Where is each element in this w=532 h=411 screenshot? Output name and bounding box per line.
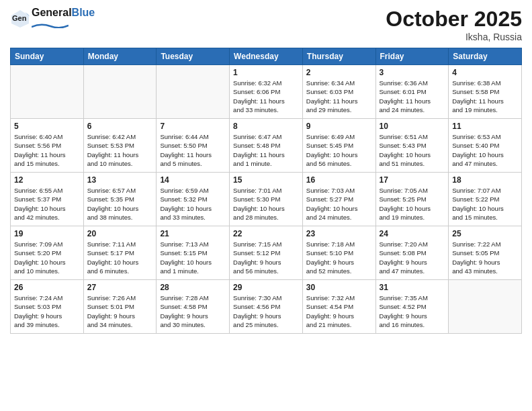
day-number: 6 [87, 122, 153, 131]
logo-blue: Blue [72, 7, 95, 18]
day-info: Sunrise: 6:44 AM Sunset: 5:50 PM Dayligh… [160, 132, 226, 168]
weekday-header-wednesday: Wednesday [230, 48, 303, 65]
calendar-cell: 15Sunrise: 7:01 AM Sunset: 5:30 PM Dayli… [230, 173, 303, 226]
day-info: Sunrise: 7:05 AM Sunset: 5:25 PM Dayligh… [380, 186, 445, 222]
calendar-cell: 8Sunrise: 6:47 AM Sunset: 5:48 PM Daylig… [230, 119, 303, 173]
day-number: 1 [233, 68, 299, 77]
month-title: October 2025 [386, 7, 522, 32]
day-info: Sunrise: 6:32 AM Sunset: 6:06 PM Dayligh… [233, 79, 299, 114]
weekday-header-friday: Friday [375, 48, 449, 65]
day-number: 7 [160, 122, 226, 131]
title-block: October 2025 Iksha, Russia [386, 7, 522, 42]
calendar-cell [157, 65, 230, 119]
calendar-cell: 11Sunrise: 6:53 AM Sunset: 5:40 PM Dayli… [449, 119, 522, 173]
calendar-cell: 19Sunrise: 7:09 AM Sunset: 5:20 PM Dayli… [11, 226, 84, 280]
day-number: 2 [306, 68, 372, 77]
calendar-cell: 25Sunrise: 7:22 AM Sunset: 5:05 PM Dayli… [449, 226, 522, 280]
calendar-cell: 1Sunrise: 6:32 AM Sunset: 6:06 PM Daylig… [230, 65, 303, 119]
day-number: 26 [14, 283, 80, 292]
calendar-cell: 22Sunrise: 7:15 AM Sunset: 5:12 PM Dayli… [230, 226, 303, 280]
day-number: 13 [87, 175, 153, 185]
day-number: 19 [14, 229, 80, 238]
day-number: 12 [14, 175, 80, 185]
day-number: 11 [452, 122, 518, 131]
calendar-cell: 3Sunrise: 6:36 AM Sunset: 6:01 PM Daylig… [375, 65, 449, 119]
day-info: Sunrise: 7:18 AM Sunset: 5:10 PM Dayligh… [306, 240, 372, 275]
calendar-cell: 4Sunrise: 6:38 AM Sunset: 5:58 PM Daylig… [449, 65, 522, 119]
week-row-1: 1Sunrise: 6:32 AM Sunset: 6:06 PM Daylig… [11, 65, 522, 119]
weekday-header-tuesday: Tuesday [157, 48, 230, 65]
calendar-cell: 17Sunrise: 7:05 AM Sunset: 5:25 PM Dayli… [375, 173, 449, 226]
day-info: Sunrise: 6:47 AM Sunset: 5:48 PM Dayligh… [233, 132, 299, 168]
day-info: Sunrise: 6:59 AM Sunset: 5:32 PM Dayligh… [160, 186, 226, 222]
day-number: 20 [87, 229, 153, 238]
day-info: Sunrise: 6:49 AM Sunset: 5:45 PM Dayligh… [306, 132, 372, 168]
calendar-cell: 21Sunrise: 7:13 AM Sunset: 5:15 PM Dayli… [157, 226, 230, 280]
day-info: Sunrise: 7:20 AM Sunset: 5:08 PM Dayligh… [380, 240, 445, 275]
day-number: 27 [87, 283, 153, 292]
calendar-cell [11, 65, 84, 119]
day-info: Sunrise: 7:24 AM Sunset: 5:03 PM Dayligh… [14, 293, 80, 329]
day-number: 4 [452, 68, 518, 77]
calendar-cell: 5Sunrise: 6:40 AM Sunset: 5:56 PM Daylig… [11, 119, 84, 173]
day-number: 16 [306, 175, 372, 185]
day-info: Sunrise: 6:57 AM Sunset: 5:35 PM Dayligh… [87, 186, 153, 222]
day-info: Sunrise: 7:15 AM Sunset: 5:12 PM Dayligh… [233, 240, 299, 275]
calendar-cell: 14Sunrise: 6:59 AM Sunset: 5:32 PM Dayli… [157, 173, 230, 226]
logo-icon: Gen [10, 9, 30, 29]
calendar-cell: 16Sunrise: 7:03 AM Sunset: 5:27 PM Dayli… [302, 173, 375, 226]
svg-text:Gen: Gen [12, 14, 27, 22]
weekday-header-saturday: Saturday [449, 48, 522, 65]
day-number: 17 [380, 175, 445, 185]
calendar-cell: 31Sunrise: 7:35 AM Sunset: 4:52 PM Dayli… [375, 280, 449, 334]
day-number: 8 [233, 122, 299, 131]
day-info: Sunrise: 6:51 AM Sunset: 5:43 PM Dayligh… [380, 132, 445, 168]
logo-wave [32, 23, 69, 28]
day-info: Sunrise: 7:01 AM Sunset: 5:30 PM Dayligh… [233, 186, 299, 222]
day-info: Sunrise: 7:26 AM Sunset: 5:01 PM Dayligh… [87, 293, 153, 329]
calendar-table: SundayMondayTuesdayWednesdayThursdayFrid… [10, 48, 522, 334]
day-info: Sunrise: 7:07 AM Sunset: 5:22 PM Dayligh… [452, 186, 518, 222]
calendar-cell: 9Sunrise: 6:49 AM Sunset: 5:45 PM Daylig… [302, 119, 375, 173]
calendar-cell: 12Sunrise: 6:55 AM Sunset: 5:37 PM Dayli… [11, 173, 84, 226]
day-number: 3 [380, 68, 445, 77]
day-number: 9 [306, 122, 372, 131]
day-number: 28 [160, 283, 226, 292]
day-number: 10 [380, 122, 445, 131]
day-number: 24 [380, 229, 445, 238]
day-info: Sunrise: 6:36 AM Sunset: 6:01 PM Dayligh… [380, 79, 445, 114]
day-info: Sunrise: 7:28 AM Sunset: 4:58 PM Dayligh… [160, 293, 226, 329]
week-row-5: 26Sunrise: 7:24 AM Sunset: 5:03 PM Dayli… [11, 280, 522, 334]
day-info: Sunrise: 7:32 AM Sunset: 4:54 PM Dayligh… [306, 293, 372, 329]
weekday-header-row: SundayMondayTuesdayWednesdayThursdayFrid… [11, 48, 522, 65]
logo-general: General [32, 7, 72, 18]
calendar-cell: 26Sunrise: 7:24 AM Sunset: 5:03 PM Dayli… [11, 280, 84, 334]
calendar-cell [449, 280, 522, 334]
weekday-header-sunday: Sunday [11, 48, 84, 65]
day-info: Sunrise: 6:34 AM Sunset: 6:03 PM Dayligh… [306, 79, 372, 114]
day-number: 22 [233, 229, 299, 238]
calendar-cell: 7Sunrise: 6:44 AM Sunset: 5:50 PM Daylig… [157, 119, 230, 173]
calendar-cell: 18Sunrise: 7:07 AM Sunset: 5:22 PM Dayli… [449, 173, 522, 226]
day-number: 5 [14, 122, 80, 131]
day-info: Sunrise: 6:40 AM Sunset: 5:56 PM Dayligh… [14, 132, 80, 168]
week-row-4: 19Sunrise: 7:09 AM Sunset: 5:20 PM Dayli… [11, 226, 522, 280]
calendar-cell: 30Sunrise: 7:32 AM Sunset: 4:54 PM Dayli… [302, 280, 375, 334]
day-info: Sunrise: 7:09 AM Sunset: 5:20 PM Dayligh… [14, 240, 80, 275]
calendar-cell: 28Sunrise: 7:28 AM Sunset: 4:58 PM Dayli… [157, 280, 230, 334]
day-number: 21 [160, 229, 226, 238]
calendar-cell: 6Sunrise: 6:42 AM Sunset: 5:53 PM Daylig… [83, 119, 157, 173]
calendar-cell: 24Sunrise: 7:20 AM Sunset: 5:08 PM Dayli… [375, 226, 449, 280]
day-info: Sunrise: 7:11 AM Sunset: 5:17 PM Dayligh… [87, 240, 153, 275]
logo: Gen GeneralBlue [10, 7, 95, 31]
day-info: Sunrise: 6:42 AM Sunset: 5:53 PM Dayligh… [87, 132, 153, 168]
day-info: Sunrise: 6:55 AM Sunset: 5:37 PM Dayligh… [14, 186, 80, 222]
day-info: Sunrise: 6:53 AM Sunset: 5:40 PM Dayligh… [452, 132, 518, 168]
location: Iksha, Russia [386, 32, 522, 42]
day-info: Sunrise: 7:13 AM Sunset: 5:15 PM Dayligh… [160, 240, 226, 275]
day-number: 15 [233, 175, 299, 185]
weekday-header-monday: Monday [83, 48, 157, 65]
calendar-cell: 23Sunrise: 7:18 AM Sunset: 5:10 PM Dayli… [302, 226, 375, 280]
calendar-cell: 29Sunrise: 7:30 AM Sunset: 4:56 PM Dayli… [230, 280, 303, 334]
day-info: Sunrise: 7:35 AM Sunset: 4:52 PM Dayligh… [380, 293, 445, 329]
